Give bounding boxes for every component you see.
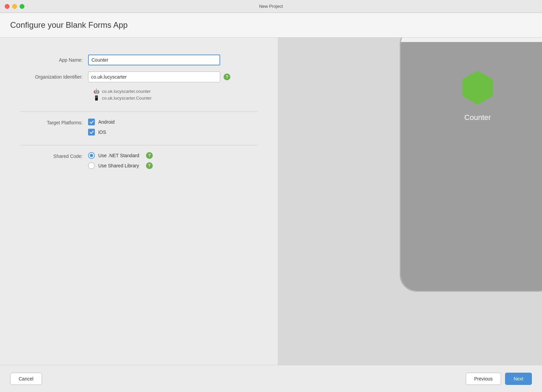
phone-frame: Counter — [400, 38, 542, 292]
separator-1 — [20, 111, 257, 112]
org-id-input[interactable] — [88, 71, 220, 82]
android-checkbox[interactable] — [88, 119, 95, 125]
next-button[interactable]: Next — [505, 373, 532, 385]
org-id-help-icon[interactable]: ? — [224, 74, 230, 80]
hexagon-shape — [462, 71, 493, 105]
org-id-row: Organization Identifier: ? — [20, 71, 257, 82]
org-id-label: Organization Identifier: — [20, 74, 88, 80]
phone-preview-area: Counter — [278, 38, 542, 365]
close-button[interactable] — [5, 4, 9, 9]
dialog-header: Configure your Blank Forms App — [0, 13, 542, 38]
net-standard-help-icon[interactable]: ? — [146, 152, 153, 159]
ios-checkbox-row: iOS — [88, 129, 114, 136]
platforms-options: Android iOS — [88, 119, 114, 136]
phone-screen: Counter — [401, 42, 542, 291]
dialog: Configure your Blank Forms App App Name:… — [0, 13, 542, 392]
bundle-hint-android-text: co.uk.lucyscarter.counter — [102, 89, 151, 94]
android-label: Android — [98, 119, 114, 125]
shared-lib-label: Use Shared Library — [98, 163, 139, 168]
bundle-hint-ios-text: co.uk.lucyscarter.Counter — [102, 96, 152, 101]
phone-top-bar — [401, 38, 542, 42]
ios-hint-icon: 📱 — [93, 95, 99, 101]
bundle-hints: 🤖 co.uk.lucyscarter.counter 📱 co.uk.lucy… — [93, 88, 257, 102]
ios-checkbox[interactable] — [88, 129, 95, 136]
footer-left: Cancel — [10, 373, 42, 385]
dialog-content: App Name: Organization Identifier: ? 🤖 c… — [0, 38, 542, 365]
app-name-label: App Name: — [20, 57, 88, 63]
shared-lib-row: Use Shared Library ? — [88, 162, 153, 169]
net-standard-radio[interactable] — [88, 152, 95, 159]
android-checkbox-row: Android — [88, 119, 114, 125]
checkmark-icon-ios — [89, 130, 94, 135]
target-platforms-label: Target Platforms: — [20, 119, 88, 125]
page-title: Configure your Blank Forms App — [10, 20, 532, 30]
previous-button[interactable]: Previous — [466, 373, 501, 385]
ios-label: iOS — [98, 129, 106, 135]
bundle-hint-android: 🤖 co.uk.lucyscarter.counter — [93, 88, 257, 94]
checkmark-icon — [89, 120, 94, 124]
hexagon-svg — [459, 69, 496, 106]
title-bar: New Project — [0, 0, 542, 13]
android-hint-icon: 🤖 — [93, 88, 99, 94]
app-name-row: App Name: — [20, 55, 257, 65]
radio-dot — [90, 154, 93, 157]
bundle-hint-ios: 📱 co.uk.lucyscarter.Counter — [93, 95, 257, 101]
shared-lib-help-icon[interactable]: ? — [146, 162, 153, 169]
app-name-input[interactable] — [88, 55, 220, 65]
shared-code-row: Shared Code: Use .NET Standard ? Use Sha… — [20, 152, 257, 169]
window-title: New Project — [259, 4, 283, 9]
app-icon-hexagon — [459, 69, 496, 106]
phone-app-name: Counter — [464, 113, 491, 122]
window-controls[interactable] — [5, 4, 24, 9]
target-platforms-row: Target Platforms: Android — [20, 119, 257, 136]
net-standard-row: Use .NET Standard ? — [88, 152, 153, 159]
maximize-button[interactable] — [20, 4, 24, 9]
minimize-button[interactable] — [12, 4, 17, 9]
separator-2 — [20, 145, 257, 145]
dialog-footer: Cancel Previous Next — [0, 365, 542, 392]
form-area: App Name: Organization Identifier: ? 🤖 c… — [0, 38, 278, 365]
shared-options: Use .NET Standard ? Use Shared Library ? — [88, 152, 153, 169]
footer-right: Previous Next — [466, 373, 532, 385]
shared-lib-radio[interactable] — [88, 162, 95, 169]
net-standard-label: Use .NET Standard — [98, 153, 139, 158]
shared-code-label: Shared Code: — [20, 152, 88, 159]
cancel-button[interactable]: Cancel — [10, 373, 42, 385]
